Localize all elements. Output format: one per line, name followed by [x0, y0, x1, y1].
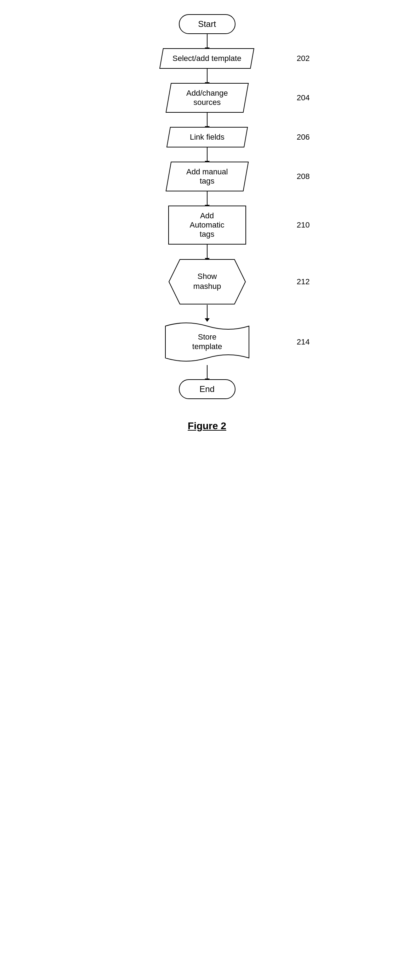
node-206-wrap: Link fields [168, 127, 246, 148]
node-210: AddAutomatictags [168, 205, 246, 245]
connector-6 [207, 245, 208, 259]
node-202-row: Select/add template 202 [83, 48, 331, 69]
connector-5 [207, 191, 208, 205]
node-214-row: Store template 214 [83, 319, 331, 365]
svg-text:Show: Show [197, 272, 217, 281]
node-208-ref: 208 [297, 172, 310, 181]
node-204-label: Add/changesources [186, 89, 228, 107]
node-210-ref: 210 [297, 220, 310, 230]
start-label: Start [198, 19, 216, 29]
node-212-row: Show mashup 212 [83, 259, 331, 305]
node-206-ref: 206 [297, 132, 310, 142]
node-210-label: AddAutomatictags [190, 211, 225, 239]
svg-text:mashup: mashup [193, 282, 220, 291]
node-208-row: Add manualtags 208 [83, 162, 331, 191]
flowchart-diagram: Start Select/add template 202 Add/change… [83, 14, 331, 432]
end-terminal: End [179, 379, 235, 399]
connector-3 [207, 113, 208, 127]
end-node-row: End [83, 379, 331, 399]
connector-2 [207, 69, 208, 83]
node-202: Select/add template [159, 48, 255, 69]
node-204-wrap: Add/changesources [168, 83, 246, 113]
connector-1 [207, 34, 208, 48]
node-202-ref: 202 [297, 54, 310, 63]
svg-text:Store: Store [198, 332, 216, 341]
connector-7 [207, 305, 208, 319]
node-208-label: Add manualtags [186, 167, 228, 186]
node-202-label: Select/add template [173, 54, 241, 63]
node-212-ref: 212 [297, 277, 310, 286]
connector-8 [207, 365, 208, 379]
start-terminal: Start [179, 14, 235, 34]
node-204-row: Add/changesources 204 [83, 83, 331, 113]
node-212-hexagon-svg: Show mashup [168, 259, 246, 305]
node-210-row: AddAutomatictags 210 [83, 205, 331, 245]
connector-4 [207, 148, 208, 162]
node-202-wrap: Select/add template [161, 48, 252, 69]
node-206-row: Link fields 206 [83, 127, 331, 148]
end-label: End [199, 384, 215, 394]
node-208: Add manualtags [165, 162, 249, 191]
node-204-ref: 204 [297, 93, 310, 102]
node-214-tape-svg: Store template [165, 319, 250, 365]
node-208-wrap: Add manualtags [168, 162, 246, 191]
node-206: Link fields [166, 127, 247, 148]
svg-text:template: template [192, 342, 222, 351]
start-node-row: Start [83, 14, 331, 34]
node-206-label: Link fields [190, 132, 225, 142]
node-214-ref: 214 [297, 337, 310, 347]
node-204: Add/changesources [165, 83, 249, 113]
figure-label: Figure 2 [188, 420, 226, 432]
